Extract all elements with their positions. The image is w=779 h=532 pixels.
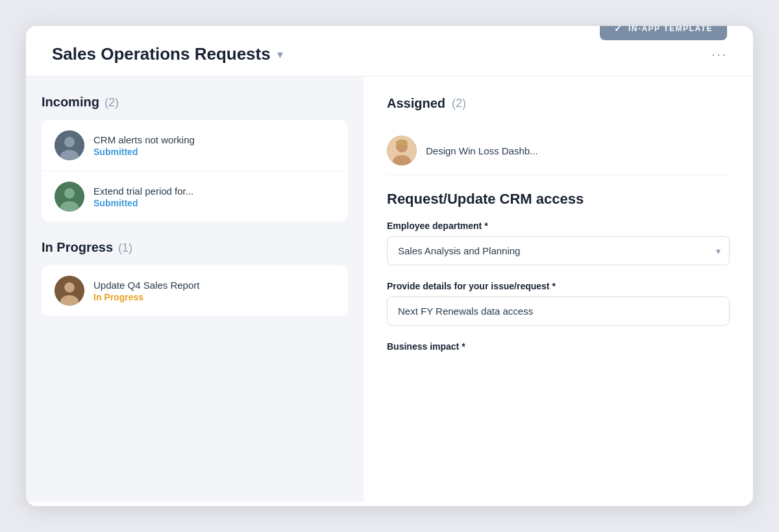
assigned-label: Assigned — [387, 96, 445, 111]
card-title: CRM alerts not working — [93, 134, 195, 145]
more-options-button[interactable]: ··· — [711, 46, 727, 63]
svg-point-8 — [64, 282, 75, 293]
header-title-wrap: Sales Operations Requests ▾ — [52, 44, 283, 64]
incoming-count: (2) — [105, 96, 119, 110]
in-app-badge: ✓ IN-APP TEMPLATE — [600, 26, 727, 40]
card-text: Update Q4 Sales Report In Progress — [93, 280, 199, 302]
status-badge: In Progress — [93, 292, 199, 302]
details-field-wrapper — [387, 296, 730, 326]
inprogress-cards: Update Q4 Sales Report In Progress — [42, 265, 348, 316]
incoming-cards: CRM alerts not working Submitted E — [42, 120, 348, 222]
card-title: Extend trial period for... — [93, 186, 193, 197]
content-area: Incoming (2) CRM alerts not working — [26, 77, 753, 502]
avatar — [55, 130, 84, 160]
assigned-label-wrap: Assigned (2) — [387, 96, 730, 111]
details-label: Provide details for your issue/request * — [387, 281, 730, 291]
main-container: ✓ IN-APP TEMPLATE Sales Operations Reque… — [26, 26, 753, 506]
department-select[interactable]: Sales Analysis and Planning — [387, 236, 730, 265]
status-badge: Submitted — [93, 147, 195, 157]
form-heading: Request/Update CRM access — [387, 191, 730, 208]
card-text: CRM alerts not working Submitted — [93, 134, 195, 157]
details-input[interactable] — [387, 296, 730, 326]
avatar — [55, 276, 84, 306]
form-section: Request/Update CRM access Employee depar… — [387, 191, 730, 352]
svg-point-4 — [64, 188, 75, 199]
card-title: Update Q4 Sales Report — [93, 280, 199, 291]
left-panel: Incoming (2) CRM alerts not working — [26, 77, 364, 502]
incoming-label: Incoming — [42, 95, 99, 110]
assigned-card[interactable]: Design Win Loss Dashb... — [387, 127, 730, 175]
inprogress-label: In Progress — [42, 240, 113, 255]
check-icon: ✓ — [614, 26, 623, 34]
avatar — [387, 136, 417, 165]
department-field-wrapper: Sales Analysis and Planning ▾ — [387, 236, 730, 265]
card-text: Extend trial period for... Submitted — [93, 186, 193, 208]
inprogress-section-header: In Progress (1) — [42, 240, 348, 255]
avatar — [55, 182, 84, 212]
assigned-card-title: Design Win Loss Dashb... — [426, 145, 538, 156]
badge-label: IN-APP TEMPLATE — [628, 26, 713, 33]
department-label: Employee department * — [387, 221, 730, 231]
assigned-count: (2) — [452, 97, 466, 110]
business-impact-label: Business impact * — [387, 341, 730, 352]
dropdown-icon[interactable]: ▾ — [277, 47, 283, 62]
incoming-section-header: Incoming (2) — [42, 95, 348, 110]
list-item[interactable]: CRM alerts not working Submitted — [42, 120, 348, 171]
list-item[interactable]: Extend trial period for... Submitted — [42, 171, 348, 222]
right-panel: Assigned (2) Design Win Loss Dashb... — [364, 77, 753, 502]
status-badge: Submitted — [93, 198, 193, 208]
inprogress-count: (1) — [118, 241, 132, 255]
svg-point-1 — [64, 137, 75, 147]
page-title: Sales Operations Requests — [52, 44, 271, 64]
svg-point-13 — [396, 139, 408, 146]
list-item[interactable]: Update Q4 Sales Report In Progress — [42, 265, 348, 316]
assigned-section-header: Assigned (2) Design Win Loss Dashb... — [387, 96, 730, 175]
